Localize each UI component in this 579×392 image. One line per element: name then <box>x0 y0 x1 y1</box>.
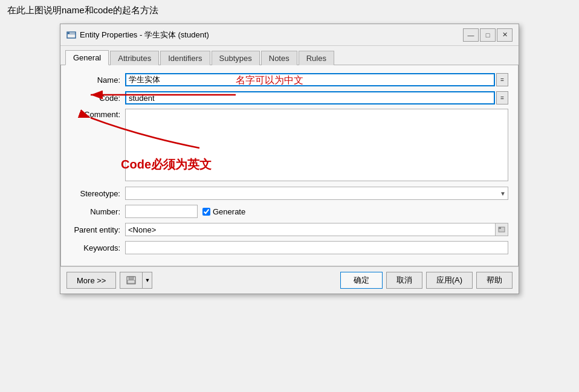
number-section: Generate <box>125 205 508 218</box>
tab-subtypes[interactable]: Subtypes <box>212 51 260 65</box>
number-label: Number: <box>71 207 125 216</box>
save-button-wrapper: ▼ <box>120 272 152 289</box>
confirm-button[interactable]: 确定 <box>340 272 383 289</box>
parent-entity-wrapper <box>125 223 508 236</box>
svg-rect-7 <box>128 280 135 283</box>
comment-row: Comment: <box>71 109 508 181</box>
help-button[interactable]: 帮助 <box>476 272 513 289</box>
name-sync-button[interactable]: = <box>496 73 508 86</box>
parent-entity-input[interactable] <box>125 223 495 236</box>
tab-identifiers[interactable]: Identifiers <box>160 51 210 65</box>
comment-label: Comment: <box>71 109 125 119</box>
name-label: Name: <box>71 76 125 85</box>
stereotype-row: Stereotype: ▼ <box>71 186 508 201</box>
svg-rect-2 <box>68 33 70 34</box>
name-row: Name: = <box>71 72 508 87</box>
tab-notes[interactable]: Notes <box>261 51 297 65</box>
tab-attributes[interactable]: Attributes <box>110 51 159 65</box>
generate-checkbox-label[interactable]: Generate <box>202 207 245 216</box>
title-bar: Entity Properties - 学生实体 (student) — □ ✕ <box>60 24 519 46</box>
keywords-input[interactable] <box>125 241 508 254</box>
cancel-button[interactable]: 取消 <box>386 272 422 289</box>
code-row: Code: = <box>71 91 508 105</box>
generate-label: Generate <box>213 207 245 216</box>
maximize-button[interactable]: □ <box>480 28 496 42</box>
apply-button[interactable]: 应用(A) <box>426 272 473 289</box>
button-bar: More >> ▼ 确定 取 <box>60 266 519 294</box>
dialog-title: Entity Properties - 学生实体 (student) <box>80 30 209 40</box>
dialog-content: General Attributes Identifiers Subtypes … <box>60 46 519 294</box>
code-sync-button[interactable]: = <box>496 91 508 104</box>
browse-icon <box>498 226 505 233</box>
dialog-window: Entity Properties - 学生实体 (student) — □ ✕… <box>60 24 519 294</box>
svg-rect-4 <box>499 227 501 229</box>
number-row: Number: Generate <box>71 204 508 219</box>
more-button[interactable]: More >> <box>66 272 116 289</box>
stereotype-select[interactable] <box>125 187 508 200</box>
keywords-label: Keywords: <box>71 243 125 252</box>
parent-entity-label: Parent entity: <box>71 225 125 234</box>
save-dropdown-button[interactable]: ▼ <box>143 272 152 289</box>
code-label: Code: <box>71 94 125 103</box>
close-button[interactable]: ✕ <box>497 28 513 42</box>
name-input[interactable] <box>125 73 495 86</box>
name-field-wrapper: = <box>125 73 508 86</box>
title-bar-left: Entity Properties - 学生实体 (student) <box>66 30 209 40</box>
entity-icon <box>66 30 76 40</box>
stereotype-select-wrapper: ▼ <box>125 187 508 200</box>
keywords-row: Keywords: <box>71 240 508 255</box>
save-icon <box>126 276 136 284</box>
stereotype-label: Stereotype: <box>71 189 125 198</box>
save-button[interactable] <box>120 272 143 289</box>
tab-bar: General Attributes Identifiers Subtypes … <box>60 46 519 65</box>
title-bar-controls: — □ ✕ <box>463 28 513 42</box>
tab-rules[interactable]: Rules <box>299 51 334 65</box>
svg-rect-6 <box>129 277 134 280</box>
parent-browse-button[interactable] <box>495 223 508 236</box>
page-header: 在此上图说明name和code的起名方法 <box>0 0 579 21</box>
comment-textarea[interactable] <box>125 109 508 181</box>
generate-checkbox[interactable] <box>202 208 210 216</box>
tab-general[interactable]: General <box>65 50 109 65</box>
code-field-wrapper: = <box>125 91 508 104</box>
minimize-button[interactable]: — <box>463 28 479 42</box>
form-area: Name: = Code: = Comment: <box>60 65 519 266</box>
code-input[interactable] <box>125 91 495 104</box>
number-input[interactable] <box>125 205 198 218</box>
parent-entity-row: Parent entity: <box>71 222 508 237</box>
